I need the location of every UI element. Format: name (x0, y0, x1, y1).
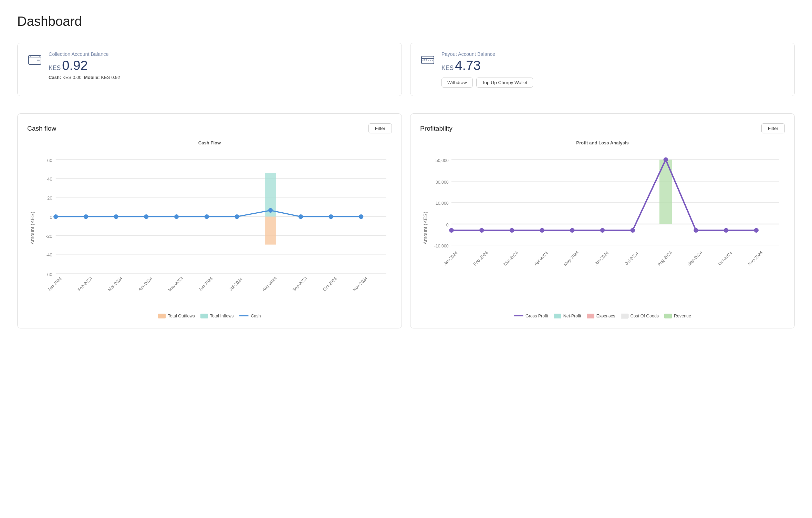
svg-text:Jan-2024: Jan-2024 (47, 276, 63, 292)
svg-point-53 (449, 228, 454, 233)
svg-text:May-2024: May-2024 (563, 250, 580, 267)
svg-point-22 (114, 214, 118, 219)
cashflow-inner-title: Cash Flow (27, 140, 392, 145)
net-profit-legend-label: Net Profit (563, 314, 581, 318)
collection-account-card: Collection Account Balance KES0.92 Cash:… (17, 43, 402, 96)
charts-row: Cash flow Filter Cash Flow Amount (KES) … (17, 113, 795, 328)
cashflow-legend-outflows: Total Outflows (158, 314, 195, 318)
collection-card-label: Collection Account Balance (49, 51, 392, 57)
cashflow-chart-card: Cash flow Filter Cash Flow Amount (KES) … (17, 113, 402, 328)
svg-text:30,000: 30,000 (436, 180, 449, 185)
svg-point-26 (235, 214, 239, 219)
svg-text:-40: -40 (46, 253, 52, 258)
svg-point-29 (329, 214, 333, 219)
profitability-chart-title: Profitability (420, 125, 452, 132)
svg-text:May-2024: May-2024 (167, 276, 184, 293)
svg-text:Mar-2024: Mar-2024 (107, 276, 124, 293)
profitability-legend-gross-profit: Gross Profit (514, 314, 548, 318)
profitability-legend-net-profit: Net Profit (554, 314, 581, 318)
svg-text:Amount (KES): Amount (KES) (30, 212, 35, 244)
cashflow-legend: Total Outflows Total Inflows Cash (27, 314, 392, 318)
svg-text:Nov-2024: Nov-2024 (352, 276, 368, 292)
payout-card-label: Payout Account Balance (441, 51, 785, 57)
expenses-legend-box (587, 314, 594, 318)
svg-point-54 (479, 228, 484, 233)
collection-card-sub: Cash: KES 0.00 Mobile: KES 0.92 (49, 75, 392, 80)
svg-point-4 (426, 59, 427, 60)
svg-text:Aug-2024: Aug-2024 (261, 276, 278, 292)
profitability-legend-cost-of-goods: Cost Of Goods (621, 314, 659, 318)
svg-text:Sep-2024: Sep-2024 (687, 250, 703, 267)
svg-point-20 (53, 214, 58, 219)
cash-legend-label: Cash (251, 314, 261, 318)
svg-text:Apr-2024: Apr-2024 (137, 276, 153, 292)
svg-text:Amount (KES): Amount (KES) (423, 212, 428, 244)
cashflow-chart-header: Cash flow Filter (27, 123, 392, 133)
svg-text:40: 40 (47, 177, 52, 182)
svg-text:Nov-2024: Nov-2024 (747, 250, 763, 267)
svg-point-62 (724, 228, 728, 233)
cashflow-outflow-bar (265, 217, 276, 245)
collection-currency: KES (49, 64, 61, 71)
cashflow-legend-inflows: Total Inflows (200, 314, 234, 318)
payout-card-amount: KES4.73 (441, 58, 785, 73)
svg-point-27 (268, 208, 273, 213)
profitability-chart-card: Profitability Filter Profit and Loss Ana… (410, 113, 795, 328)
svg-point-56 (540, 228, 544, 233)
svg-text:Oct-2024: Oct-2024 (717, 251, 733, 266)
payout-account-card: Payout Account Balance KES4.73 Withdraw … (410, 43, 795, 96)
svg-text:Feb-2024: Feb-2024 (472, 250, 489, 267)
profitability-chart-area: Profit and Loss Analysis Amount (KES) 50… (420, 140, 785, 318)
profitability-gross-profit-line (451, 160, 756, 230)
svg-text:Jul-2024: Jul-2024 (228, 277, 243, 292)
svg-text:Sep-2024: Sep-2024 (291, 276, 308, 292)
cost-of-goods-legend-box (621, 314, 628, 318)
svg-text:Jan-2024: Jan-2024 (443, 251, 459, 267)
svg-text:Feb-2024: Feb-2024 (77, 276, 93, 293)
svg-text:Apr-2024: Apr-2024 (533, 251, 549, 266)
profitability-filter-button[interactable]: Filter (761, 123, 785, 133)
svg-point-21 (84, 214, 88, 219)
profitability-legend-revenue: Revenue (664, 314, 691, 318)
svg-point-23 (144, 214, 148, 219)
collection-card-body: Collection Account Balance KES0.92 Cash:… (49, 51, 392, 80)
top-up-churpy-wallet-button[interactable]: Top Up Churpy Wallet (476, 78, 533, 88)
svg-text:-10,000: -10,000 (434, 244, 449, 248)
svg-text:0: 0 (50, 215, 52, 220)
svg-point-25 (205, 214, 209, 219)
profitability-legend-expenses: Expenses (587, 314, 615, 318)
svg-point-60 (664, 158, 668, 162)
svg-point-57 (570, 228, 574, 233)
svg-rect-1 (37, 60, 40, 61)
cost-of-goods-legend-label: Cost Of Goods (631, 314, 659, 318)
svg-text:Jul-2024: Jul-2024 (624, 251, 639, 266)
cashflow-chart-title: Cash flow (27, 125, 56, 132)
svg-text:Oct-2024: Oct-2024 (322, 276, 338, 292)
svg-point-63 (754, 228, 759, 233)
outflows-legend-box (158, 314, 166, 318)
profitability-inner-title: Profit and Loss Analysis (420, 140, 785, 145)
svg-point-61 (694, 228, 698, 233)
svg-text:Aug-2024: Aug-2024 (656, 250, 673, 267)
revenue-legend-box (664, 314, 672, 318)
gross-profit-legend-line (514, 315, 523, 316)
svg-point-30 (359, 214, 363, 219)
inflows-legend-label: Total Inflows (210, 314, 234, 318)
svg-text:Jun-2024: Jun-2024 (593, 251, 610, 267)
cashflow-filter-button[interactable]: Filter (368, 123, 392, 133)
svg-text:60: 60 (47, 158, 52, 163)
page-title: Dashboard (17, 14, 795, 29)
svg-text:-20: -20 (46, 234, 52, 239)
svg-point-24 (174, 214, 179, 219)
payout-card-actions: Withdraw Top Up Churpy Wallet (441, 78, 785, 88)
svg-point-58 (600, 228, 605, 233)
expenses-legend-label: Expenses (596, 314, 615, 318)
svg-point-28 (299, 214, 303, 219)
withdraw-button[interactable]: Withdraw (441, 78, 473, 88)
profitability-chart-header: Profitability Filter (420, 123, 785, 133)
profitability-svg: Amount (KES) 50,000 30,000 10,000 0 -10,… (420, 148, 785, 308)
payout-icon (420, 52, 435, 67)
payout-currency: KES (441, 64, 454, 71)
collection-amount-value: 0.92 (62, 58, 88, 73)
cashflow-chart-area: Cash Flow Amount (KES) 60 40 20 0 -20 -4… (27, 140, 392, 318)
